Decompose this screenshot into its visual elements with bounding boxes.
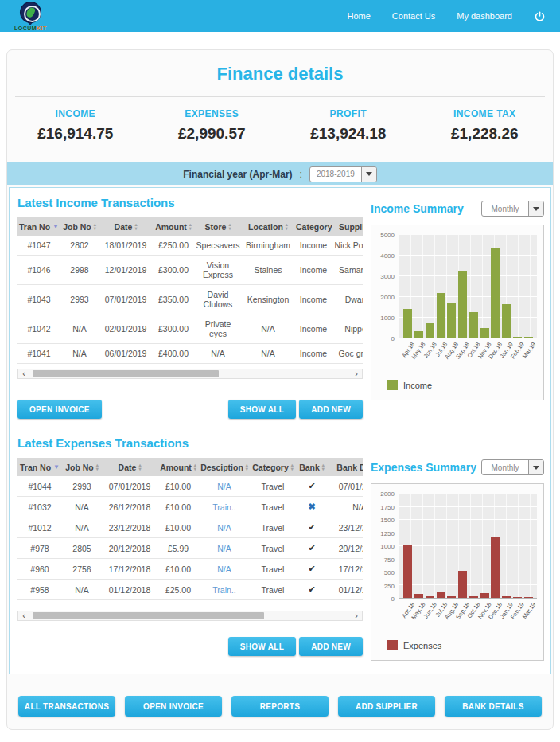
- bar-Oct,18: [469, 312, 478, 338]
- scroll-track[interactable]: [29, 369, 351, 378]
- description-link[interactable]: N/A: [199, 476, 250, 497]
- description-link[interactable]: Train..: [199, 580, 250, 600]
- income-show-all-button[interactable]: SHOW ALL: [228, 400, 296, 419]
- bar-Jul,18: [437, 293, 445, 338]
- column-header-job-no[interactable]: Job No▴▾: [60, 217, 99, 236]
- nav-item-home[interactable]: Home: [348, 11, 371, 21]
- bar-Aug,18: [447, 596, 456, 598]
- scroll-thumb[interactable]: [33, 370, 219, 377]
- column-header-date[interactable]: Date▴▾: [99, 217, 153, 236]
- column-header-label: Location: [248, 222, 283, 232]
- nav-item-contact-us[interactable]: Contact Us: [392, 11, 435, 21]
- sort-icon[interactable]: ▴▾: [286, 223, 288, 231]
- column-header-tran-no[interactable]: Tran No▼: [18, 217, 60, 236]
- description-link[interactable]: N/A: [199, 559, 250, 580]
- sort-icon[interactable]: ▴▾: [246, 463, 248, 471]
- column-header-desciption[interactable]: Desciption▴▾: [199, 458, 250, 476]
- column-header-tran-no[interactable]: Tran No▼: [18, 458, 62, 476]
- sort-icon[interactable]: ▴▾: [194, 463, 196, 471]
- table-cell: 07/01/2019: [99, 285, 153, 314]
- table-cell: 06/01/2019: [99, 344, 153, 364]
- description-link[interactable]: N/A: [199, 538, 250, 559]
- column-header-supplier[interactable]: Supplier▴▾: [332, 217, 363, 236]
- column-header-location[interactable]: Location▴▾: [242, 217, 294, 236]
- table-cell: Birmingham: [242, 236, 294, 256]
- sort-icon[interactable]: ▴▾: [96, 463, 99, 471]
- reports-button[interactable]: REPORTS: [231, 696, 329, 717]
- bank-check-icon: ✔: [296, 580, 328, 600]
- bar-Apr,18: [403, 309, 412, 338]
- financial-year-select[interactable]: 2018-2019: [309, 166, 377, 182]
- table-cell: N/A: [242, 344, 294, 364]
- all-transactions-button[interactable]: ALL TRANSACTIONS: [18, 696, 115, 717]
- sort-icon[interactable]: ▴▾: [189, 223, 192, 231]
- income-add-new-button[interactable]: ADD NEW: [299, 400, 363, 419]
- sort-icon[interactable]: ▴▾: [94, 223, 96, 231]
- sort-icon[interactable]: ▴▾: [138, 463, 141, 471]
- column-header-bank-date[interactable]: Bank Date▴▾: [328, 458, 363, 476]
- column-header-amount[interactable]: Amount▴▾: [158, 458, 199, 476]
- table-cell: Goc group: [332, 344, 363, 364]
- open-invoice-button[interactable]: OPEN INVOICE: [18, 400, 102, 419]
- column-header-amount[interactable]: Amount▴▾: [153, 217, 194, 236]
- scroll-right-icon[interactable]: ›: [351, 369, 362, 378]
- income-table-hscrollbar[interactable]: ‹ ›: [18, 369, 363, 379]
- financial-year-colon: :: [300, 169, 302, 180]
- column-header-category[interactable]: Category▴▾: [294, 217, 332, 236]
- column-header-date[interactable]: Date▴▾: [102, 458, 158, 476]
- sort-icon[interactable]: ▴▾: [134, 223, 137, 231]
- scroll-thumb[interactable]: [33, 612, 264, 619]
- chart-plot-area: [399, 494, 537, 599]
- bar-Aug,18: [447, 303, 456, 338]
- scroll-left-icon[interactable]: ‹: [18, 369, 29, 378]
- table-cell: Samantha: [332, 256, 363, 285]
- sort-desc-icon[interactable]: ▼: [53, 463, 60, 471]
- column-header-category[interactable]: Category▴▾: [250, 458, 296, 476]
- chevron-down-icon: [361, 167, 376, 182]
- power-icon[interactable]: [534, 10, 546, 22]
- table-row: #1041N/A06/01/2019£400.00N/AN/AIncomeGoc…: [18, 344, 363, 364]
- expenses-show-all-button[interactable]: SHOW ALL: [228, 637, 296, 656]
- open-invoice-button[interactable]: OPEN INVOICE: [125, 696, 222, 717]
- bar-Oct,18: [469, 596, 478, 598]
- column-header-bank[interactable]: Bank▴▾: [296, 458, 328, 476]
- column-header-label: Desciption: [200, 463, 243, 472]
- page-title: Finance details: [7, 50, 553, 84]
- scroll-left-icon[interactable]: ‹: [18, 611, 29, 620]
- chart-legend: Income: [387, 380, 537, 390]
- table-cell: £350.00: [153, 285, 194, 314]
- sort-icon[interactable]: ▴▾: [228, 223, 231, 231]
- top-navbar: LOCUMKIT Home Contact Us My dashboard: [0, 0, 560, 32]
- table-cell: 2993: [62, 476, 102, 497]
- table-cell: #1012: [18, 517, 62, 538]
- stat-label: INCOME TAX: [417, 108, 554, 119]
- nav-item-my-dashboard[interactable]: My dashboard: [457, 11, 512, 21]
- description-link[interactable]: Train..: [199, 497, 250, 517]
- sort-icon[interactable]: ▴▾: [291, 463, 294, 471]
- sort-desc-icon[interactable]: ▼: [52, 223, 59, 230]
- table-cell: Travel: [250, 476, 296, 497]
- bar-Dec,18: [491, 248, 500, 338]
- y-tick-label: 2000: [380, 294, 395, 301]
- table-cell: 07/01/2019: [328, 476, 363, 497]
- bank-details-button[interactable]: BANK DETAILS: [445, 696, 542, 717]
- app-logo[interactable]: LOCUMKIT: [14, 2, 47, 31]
- table-cell: N/A: [242, 314, 294, 344]
- column-header-job-no[interactable]: Job No▴▾: [62, 458, 102, 476]
- bar-Sep,18: [458, 271, 467, 338]
- income-summary-filter-select[interactable]: Monthly: [481, 201, 544, 217]
- table-cell: Dwane: [332, 285, 363, 314]
- column-header-store[interactable]: Store▴▾: [194, 217, 242, 236]
- scroll-track[interactable]: [29, 611, 351, 620]
- sort-icon[interactable]: ▴▾: [322, 463, 325, 471]
- expenses-table-viewport: Tran No▼Job No▴▾Date▴▾Amount▴▾Desciption…: [18, 458, 363, 611]
- scroll-right-icon[interactable]: ›: [351, 611, 362, 620]
- table-cell: Income: [294, 256, 332, 285]
- expenses-table-hscrollbar[interactable]: ‹ ›: [18, 611, 363, 621]
- add-supplier-button[interactable]: ADD SUPPLIER: [338, 696, 435, 717]
- expenses-add-new-button[interactable]: ADD NEW: [299, 637, 363, 656]
- bar-Dec,18: [491, 537, 500, 598]
- y-tick-label: 1000: [380, 543, 395, 550]
- expenses-summary-filter-select[interactable]: Monthly: [481, 459, 544, 475]
- description-link[interactable]: N/A: [199, 517, 250, 538]
